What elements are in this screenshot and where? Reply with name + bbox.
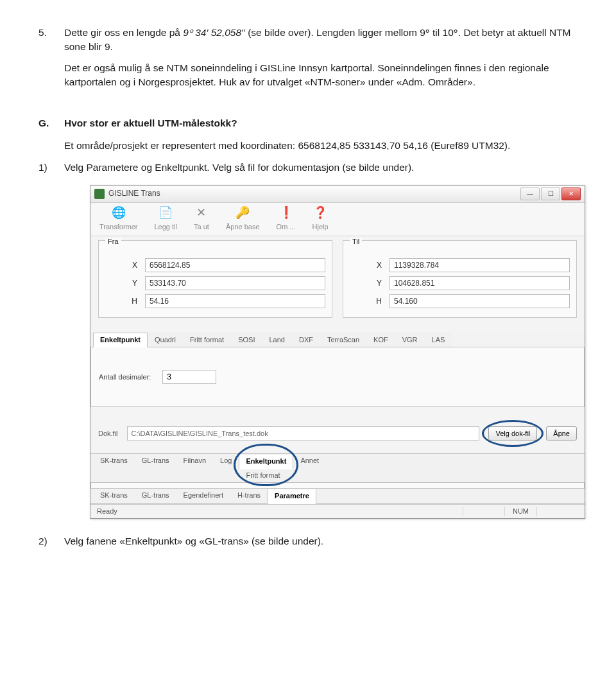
to-x-label: X <box>350 260 389 271</box>
toolbar-apne-base-label: Åpne base <box>226 222 260 232</box>
step2-text: Velg fanene «Enkeltpunkt» og «GL-trans» … <box>64 534 578 548</box>
tabs3-tab-3[interactable]: H-trans <box>230 489 268 503</box>
tabs1-tab-8[interactable]: VGR <box>395 333 425 347</box>
step1-number: 1) <box>38 161 64 175</box>
toolbar-transformer[interactable]: 🌐 Transformer <box>99 205 138 232</box>
app-icon <box>94 189 105 199</box>
add-file-icon: 📄 <box>158 205 173 221</box>
section-g-text: Et område/prosjekt er representert med k… <box>64 139 578 153</box>
format-tabstrip: EnkeltpunktQuadriFritt formatSOSILandDXF… <box>90 332 585 347</box>
step2-number: 2) <box>38 534 64 548</box>
status-spacer-2 <box>536 507 578 516</box>
item5-body: Dette gir oss en lengde på 9ᵒ 34′ 52,058… <box>64 26 578 97</box>
section-g: G. Hvor stor er aktuell UTM-målestokk? <box>38 116 578 130</box>
tabs3-tab-2[interactable]: Egendefinert <box>176 489 230 503</box>
tabs3-tab-4[interactable]: Parametre <box>268 489 316 503</box>
doc-item-5: 5. Dette gir oss en lengde på 9ᵒ 34′ 52,… <box>38 26 578 97</box>
window-controls: — ☐ ✕ <box>519 187 581 200</box>
info-icon: ❗ <box>278 205 294 221</box>
status-ready: Ready <box>97 507 125 516</box>
tabs1-tab-1[interactable]: Quadri <box>148 333 183 347</box>
toolbar-legg-til[interactable]: 📄 Legg til <box>155 205 177 232</box>
tabs3-tab-1[interactable]: GL-trans <box>135 489 176 503</box>
tabs1-tab-0[interactable]: Enkeltpunkt <box>93 333 148 347</box>
status-spacer-1 <box>463 507 504 516</box>
toolbar-hjelp-label: Hjelp <box>312 222 329 232</box>
dok-row: Dok.fil C:\DATA\GISLINE\GISLINE_Trans_te… <box>90 423 585 453</box>
tabs2-tab-4[interactable]: Enkeltpunkt <box>239 455 293 469</box>
tabs2-tab-5[interactable]: Fritt format <box>239 469 293 482</box>
tabs1-tab-2[interactable]: Fritt format <box>183 333 231 347</box>
to-h-label: H <box>350 296 389 307</box>
toolbar: 🌐 Transformer 📄 Legg til ✕ Ta ut 🔑 Åpne … <box>90 203 585 236</box>
dok-label: Dok.fil <box>98 429 118 439</box>
tabs2-circle: EnkeltpunktFritt format <box>239 454 293 482</box>
toolbar-ta-ut-label: Ta ut <box>194 222 209 232</box>
from-box: Fra X Y H <box>98 240 332 318</box>
status-num: NUM <box>504 507 536 516</box>
tabs1-tab-4[interactable]: Land <box>262 333 291 347</box>
to-y-input[interactable] <box>389 276 570 290</box>
to-x-input[interactable] <box>389 258 570 272</box>
remove-icon: ✕ <box>194 205 209 221</box>
to-label: Til <box>350 238 362 245</box>
tabs2-tab-3[interactable]: Log <box>213 454 239 482</box>
minimize-button[interactable]: — <box>520 187 540 200</box>
enkeltpunkt-panel: Antall desimaler: <box>90 347 585 407</box>
tabs3-tab-0[interactable]: SK-trans <box>93 489 135 503</box>
tabs2-tab-0[interactable]: SK-trans <box>93 454 135 482</box>
dok-path-field[interactable]: C:\DATA\GISLINE\GISLINE_Trans_test.dok <box>127 426 480 440</box>
titlebar: GISLINE Trans — ☐ ✕ <box>90 186 585 203</box>
app-window: GISLINE Trans — ☐ ✕ 🌐 Transformer 📄 Legg… <box>90 185 585 519</box>
help-icon: ❓ <box>312 205 328 221</box>
item5-para2: Det er også mulig å se NTM soneinndeling… <box>64 61 578 89</box>
key-icon: 🔑 <box>235 205 250 221</box>
close-button[interactable]: ✕ <box>561 187 581 200</box>
tabs1-tab-5[interactable]: DXF <box>292 333 320 347</box>
middle-tabstrip: SK-transGL-transFilnavnLogEnkeltpunktFri… <box>90 453 585 483</box>
velg-dok-circle: Velg dok-fil <box>488 426 537 440</box>
from-label: Fra <box>105 238 121 245</box>
tabs1-tab-3[interactable]: SOSI <box>231 333 262 347</box>
toolbar-apne-base[interactable]: 🔑 Åpne base <box>226 205 260 232</box>
tabs2-tab-2[interactable]: Filnavn <box>176 454 213 482</box>
doc-step-2: 2) Velg fanene «Enkeltpunkt» og «GL-tran… <box>38 534 578 548</box>
globe-icon: 🌐 <box>111 205 126 221</box>
toolbar-hjelp[interactable]: ❓ Hjelp <box>312 205 329 232</box>
section-g-title: Hvor stor er aktuell UTM-målestokk? <box>64 116 578 130</box>
decimals-label: Antall desimaler: <box>99 372 151 382</box>
item5-number: 5. <box>38 26 64 97</box>
tabs1-tab-9[interactable]: LAS <box>425 333 452 347</box>
from-x-label: X <box>105 260 145 271</box>
toolbar-om[interactable]: ❗ Om ... <box>277 205 296 232</box>
to-y-label: Y <box>350 278 389 289</box>
apne-button[interactable]: Åpne <box>546 426 577 440</box>
item5-text-a: Dette gir oss en lengde på <box>64 27 183 38</box>
doc-step-1: 1) Velg Parametere og Enkeltpunkt. Velg … <box>38 161 578 175</box>
to-box: Til X Y H <box>343 240 577 318</box>
from-h-label: H <box>105 296 145 307</box>
coordinates-panel: Fra X Y H Til X <box>90 236 585 328</box>
tabs1-tab-6[interactable]: TerraScan <box>320 333 366 347</box>
tabs2-tab-1[interactable]: GL-trans <box>135 454 176 482</box>
toolbar-transformer-label: Transformer <box>99 222 138 232</box>
toolbar-ta-ut[interactable]: ✕ Ta ut <box>194 205 209 232</box>
app-title: GISLINE Trans <box>108 188 519 199</box>
from-y-label: Y <box>105 278 145 289</box>
bottom-tabstrip: SK-transGL-transEgendefinertH-transParam… <box>90 488 585 503</box>
maximize-button[interactable]: ☐ <box>541 187 560 200</box>
to-h-input[interactable] <box>389 294 570 308</box>
middle-tab-body <box>90 483 585 488</box>
section-g-num: G. <box>38 116 64 130</box>
velg-dok-button[interactable]: Velg dok-fil <box>488 426 537 440</box>
decimals-input[interactable] <box>162 370 216 384</box>
from-y-input[interactable] <box>145 276 325 290</box>
from-h-input[interactable] <box>145 294 325 308</box>
tabs1-tab-7[interactable]: KOF <box>366 333 395 347</box>
status-bar: Ready NUM <box>90 504 585 518</box>
step1-text: Velg Parametere og Enkeltpunkt. Velg så … <box>64 161 578 175</box>
toolbar-om-label: Om ... <box>277 222 296 232</box>
item5-length: 9ᵒ 34′ 52,058′′ <box>183 27 245 38</box>
tabs2-tab-6[interactable]: Annet <box>293 454 326 482</box>
from-x-input[interactable] <box>145 258 325 272</box>
